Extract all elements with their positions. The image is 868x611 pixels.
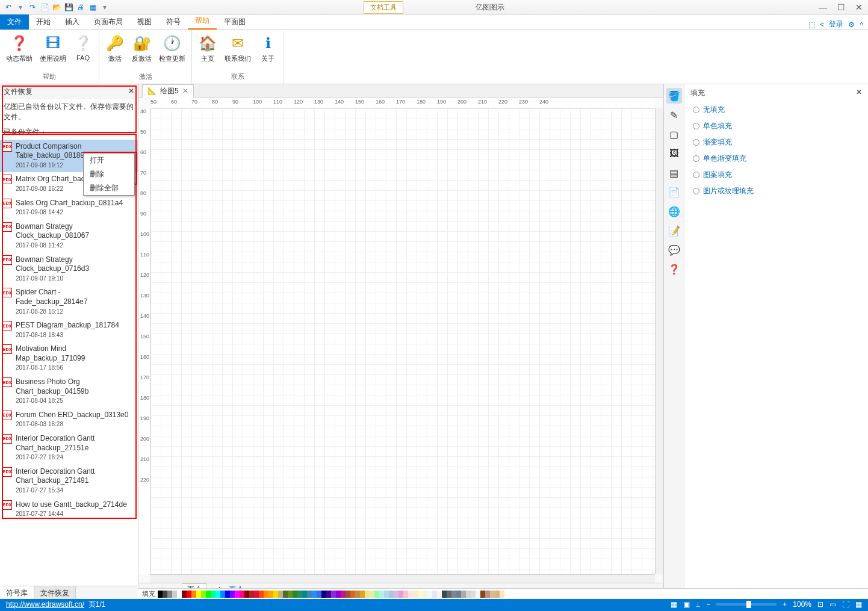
- fit-page-icon[interactable]: ⊡: [817, 600, 823, 609]
- color-swatch[interactable]: [283, 591, 288, 598]
- close-doc-icon[interactable]: ✕: [182, 87, 188, 95]
- zoom-out-icon[interactable]: −: [706, 600, 710, 609]
- about-button[interactable]: ℹ关于: [257, 33, 279, 71]
- color-swatch[interactable]: [360, 591, 365, 598]
- color-swatch[interactable]: [398, 591, 403, 598]
- color-swatch[interactable]: [476, 591, 480, 598]
- color-swatch[interactable]: [268, 591, 273, 598]
- deactivate-button[interactable]: 🔐反激活: [131, 33, 153, 71]
- color-swatch[interactable]: [158, 591, 163, 598]
- color-swatch[interactable]: [485, 591, 490, 598]
- backup-file-item[interactable]: EDXSpider Chart - Fade_backup_2814e72017…: [0, 285, 138, 318]
- shadow-panel-icon[interactable]: ▢: [666, 126, 682, 142]
- color-swatch[interactable]: [297, 591, 302, 598]
- dynamic-help-button[interactable]: ❓动态帮助: [5, 33, 34, 71]
- color-swatch[interactable]: [346, 591, 350, 598]
- color-swatch[interactable]: [326, 591, 331, 598]
- tab-page-layout[interactable]: 页面布局: [87, 14, 130, 29]
- fill-option-texture[interactable]: 图片或纹理填充: [690, 183, 862, 199]
- backup-file-item[interactable]: EDXHow to use Gantt_backup_2714de2017-07…: [0, 498, 138, 521]
- tab-insert[interactable]: 插入: [58, 14, 87, 29]
- color-swatch[interactable]: [423, 591, 427, 598]
- color-swatch[interactable]: [288, 591, 293, 598]
- check-update-button[interactable]: 🕐检查更新: [158, 33, 187, 71]
- color-swatch[interactable]: [341, 591, 346, 598]
- ctx-delete-all[interactable]: 删除全部: [84, 181, 134, 195]
- login-link[interactable]: 登录: [829, 19, 843, 29]
- qat-more-icon[interactable]: ▾: [99, 2, 110, 13]
- color-swatch[interactable]: [466, 591, 471, 598]
- doc-tab-drawing5[interactable]: 📐 绘图5 ✕: [142, 84, 194, 98]
- doc-tools-tab[interactable]: 文档工具: [364, 1, 403, 14]
- color-swatch[interactable]: [220, 591, 225, 598]
- color-swatch[interactable]: [259, 591, 264, 598]
- layer-panel-icon[interactable]: ▤: [666, 165, 682, 181]
- tab-start[interactable]: 开始: [29, 14, 58, 29]
- color-swatch[interactable]: [201, 591, 206, 598]
- color-swatch[interactable]: [336, 591, 341, 598]
- color-swatch[interactable]: [182, 591, 187, 598]
- backup-file-item[interactable]: EDXForum Chen ERD_backup_0313e02017-08-0…: [0, 408, 138, 432]
- backup-file-item[interactable]: EDXSales Org Chart_backup_0811a42017-09-…: [0, 196, 138, 220]
- tab-symbol-library[interactable]: 符号库: [0, 586, 34, 599]
- color-swatch[interactable]: [480, 591, 485, 598]
- print-icon[interactable]: 🖨: [75, 2, 86, 13]
- color-swatch[interactable]: [456, 591, 461, 598]
- backup-file-item[interactable]: EDXPEST Diagram_backup_1817842017-08-18 …: [0, 318, 138, 342]
- view-mode-3-icon[interactable]: ⟂: [696, 600, 700, 609]
- color-swatch[interactable]: [264, 591, 268, 598]
- color-swatch[interactable]: [172, 591, 177, 598]
- manual-button[interactable]: 🎞使用说明: [39, 33, 67, 71]
- fit-width-icon[interactable]: ▭: [829, 600, 836, 609]
- redo-icon[interactable]: ↷: [27, 2, 38, 13]
- color-swatch[interactable]: [321, 591, 326, 598]
- color-swatch[interactable]: [355, 591, 360, 598]
- faq-button[interactable]: ❔FAQ: [72, 33, 94, 71]
- scrollbar-horizontal[interactable]: [150, 574, 655, 583]
- color-swatch[interactable]: [490, 591, 495, 598]
- tab-help[interactable]: 帮助: [188, 13, 217, 29]
- tab-symbol[interactable]: 符号: [159, 14, 188, 29]
- backup-file-list[interactable]: EDXProduct Comparison Table_backup_08189…: [0, 140, 138, 596]
- close-fill-panel-icon[interactable]: ✕: [856, 88, 862, 98]
- backup-file-item[interactable]: EDXMotivation Mind Map_backup_1710992017…: [0, 342, 138, 375]
- color-swatch[interactable]: [408, 591, 413, 598]
- color-swatch[interactable]: [293, 591, 297, 598]
- color-swatch[interactable]: [163, 591, 167, 598]
- undo-split-icon[interactable]: ▾: [15, 2, 26, 13]
- contact-us-button[interactable]: ✉联系我们: [223, 33, 252, 71]
- color-swatch[interactable]: [230, 591, 235, 598]
- color-swatch[interactable]: [307, 591, 312, 598]
- share-image-icon[interactable]: ⬚: [808, 20, 815, 29]
- share-icon[interactable]: <: [820, 20, 824, 29]
- homepage-button[interactable]: 🏠主页: [197, 33, 219, 71]
- color-swatch[interactable]: [225, 591, 230, 598]
- backup-file-item[interactable]: EDXBowman Strategy Clock_backup_08106720…: [0, 220, 138, 253]
- color-swatch[interactable]: [418, 591, 423, 598]
- color-swatch[interactable]: [461, 591, 466, 598]
- color-swatch[interactable]: [244, 591, 249, 598]
- picture-panel-icon[interactable]: 🖼: [666, 146, 682, 161]
- color-swatch[interactable]: [240, 591, 244, 598]
- scrollbar-vertical[interactable]: [655, 108, 663, 574]
- zoom-level[interactable]: 100%: [793, 600, 811, 609]
- color-swatch[interactable]: [379, 591, 384, 598]
- save-icon[interactable]: 💾: [63, 2, 74, 13]
- export-icon[interactable]: ▦: [87, 2, 98, 13]
- drawing-canvas[interactable]: [150, 108, 655, 574]
- color-swatch[interactable]: [249, 591, 254, 598]
- comment-panel-icon[interactable]: 💬: [666, 242, 682, 258]
- color-swatch[interactable]: [370, 591, 374, 598]
- color-swatch[interactable]: [196, 591, 201, 598]
- color-swatch[interactable]: [278, 591, 283, 598]
- fill-panel-icon[interactable]: 🪣: [666, 88, 682, 104]
- color-swatch[interactable]: [432, 591, 437, 598]
- color-swatch[interactable]: [191, 591, 196, 598]
- color-swatch[interactable]: [206, 591, 211, 598]
- tab-view[interactable]: 视图: [130, 14, 159, 29]
- new-icon[interactable]: 📄: [39, 2, 50, 13]
- color-swatch[interactable]: [167, 591, 172, 598]
- backup-file-item[interactable]: EDXBusiness Photo Org Chart_backup_04159…: [0, 375, 138, 408]
- color-swatch[interactable]: [317, 591, 321, 598]
- color-swatch[interactable]: [302, 591, 307, 598]
